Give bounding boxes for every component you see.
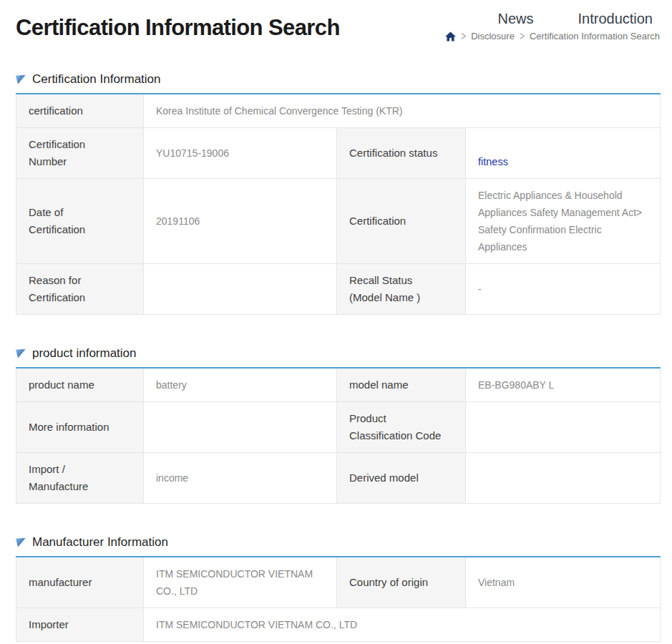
nav-introduction[interactable]: Introduction <box>578 10 653 27</box>
section-product-information: product information product name battery… <box>16 346 660 504</box>
table-row: Reason for Certification Recall Status (… <box>16 264 661 315</box>
section-title-manufacturer: Manufacturer Information <box>16 535 660 550</box>
section-manufacturer-information: Manufacturer Information manufacturer IT… <box>16 535 660 642</box>
row-label-manufacturer: manufacturer <box>16 557 144 608</box>
table-row: Import / Manufacture income Derived mode… <box>16 453 661 504</box>
row-label-recall-status: Recall Status (Model Name ) <box>337 264 466 315</box>
row-label-import-manufacture: Import / Manufacture <box>16 453 144 504</box>
header-right: News Introduction > Disclosure > Certifi… <box>445 9 660 42</box>
row-value-certification-act: Electric Appliances & Household Applianc… <box>466 179 661 264</box>
section-flag-icon <box>16 349 26 358</box>
table-row: Certification Number YU10715-19006 Certi… <box>16 128 661 179</box>
section-flag-icon <box>16 538 26 547</box>
row-value-product-name: battery <box>144 368 337 402</box>
row-label-product-name: product name <box>16 368 144 402</box>
row-label-certification-status: Certification status <box>337 128 466 179</box>
breadcrumb-current-page[interactable]: Certification Information Search <box>530 31 660 42</box>
row-value-importer: ITM SEMICONDUCTOR VIETNAM CO., LTD <box>144 608 661 642</box>
section-title-text: Certification Information <box>32 72 161 87</box>
section-title-product: product information <box>16 346 660 361</box>
row-value-more-information <box>144 402 337 453</box>
section-certification-information: Certification Information certification … <box>16 72 660 315</box>
row-label-certification-act: Certification <box>337 179 466 264</box>
row-value-certification-number: YU10715-19006 <box>144 128 337 179</box>
row-value-model-name: EB-BG980ABY L <box>466 368 661 402</box>
section-title-certification: Certification Information <box>16 72 660 87</box>
table-row: Importer ITM SEMICONDUCTOR VIETNAM CO., … <box>16 608 661 642</box>
table-row: certification Korea Institute of Chemica… <box>16 94 661 128</box>
section-title-text: product information <box>32 346 137 361</box>
breadcrumb: > Disclosure > Certification Information… <box>445 31 660 42</box>
table-row: More information Product Classification … <box>16 402 661 453</box>
row-label-certification: certification <box>16 94 144 128</box>
table-row: product name battery model name EB-BG980… <box>16 368 661 402</box>
certification-info-table: certification Korea Institute of Chemica… <box>16 93 661 315</box>
table-row: manufacturer ITM SEMICONDUCTOR VIETNAM C… <box>16 557 661 608</box>
product-info-table: product name battery model name EB-BG980… <box>16 367 661 504</box>
section-flag-icon <box>16 75 26 84</box>
top-nav: News Introduction <box>445 10 660 27</box>
nav-news[interactable]: News <box>497 10 533 27</box>
row-value-reason-for-certification <box>144 264 337 315</box>
breadcrumb-disclosure[interactable]: Disclosure <box>471 31 515 42</box>
row-label-more-information: More information <box>16 402 144 453</box>
row-value-manufacturer: ITM SEMICONDUCTOR VIETNAM CO., LTD <box>144 557 337 608</box>
row-value-country-of-origin: Vietnam <box>466 557 661 608</box>
page-header: Certification Information Search News In… <box>16 9 660 42</box>
row-value-date-of-certification: 20191106 <box>144 179 337 264</box>
breadcrumb-separator: > <box>461 29 466 44</box>
row-value-import-manufacture: income <box>144 453 337 504</box>
row-value-derived-model <box>466 453 661 504</box>
home-icon[interactable] <box>445 31 456 42</box>
row-value-certification-status: fitness <box>466 128 661 179</box>
row-value-certification: Korea Institute of Chemical Convergence … <box>144 94 661 128</box>
row-label-importer: Importer <box>16 608 144 642</box>
section-title-text: Manufacturer Information <box>32 535 168 550</box>
certification-status-link[interactable]: fitness <box>478 156 508 167</box>
row-label-certification-number: Certification Number <box>16 128 144 179</box>
row-label-reason-for-certification: Reason for Certification <box>16 264 144 315</box>
table-row: Date of Certification 20191106 Certifica… <box>16 179 661 264</box>
breadcrumb-separator: > <box>520 29 525 44</box>
manufacturer-info-table: manufacturer ITM SEMICONDUCTOR VIETNAM C… <box>16 556 661 642</box>
row-value-product-classification-code <box>466 402 661 453</box>
row-value-recall-status: - <box>466 264 661 315</box>
row-label-product-classification-code: Product Classification Code <box>337 402 466 453</box>
page-title: Certification Information Search <box>16 14 340 42</box>
page: Certification Information Search News In… <box>0 0 672 642</box>
row-label-country-of-origin: Country of origin <box>337 557 466 608</box>
row-label-model-name: model name <box>337 368 466 402</box>
row-label-derived-model: Derived model <box>337 453 466 504</box>
row-label-date-of-certification: Date of Certification <box>16 179 144 264</box>
